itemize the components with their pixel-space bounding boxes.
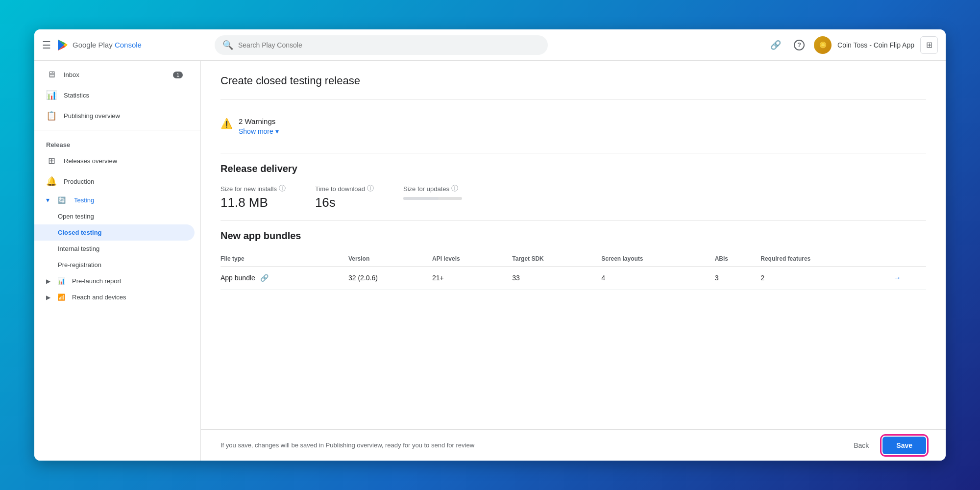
footer-actions: Back Save (846, 437, 926, 454)
bundles-table: File type Version API levels Target SDK … (220, 251, 926, 290)
grid-icon-button[interactable]: ⊞ (920, 36, 938, 54)
footer-info: If you save, changes will be saved in Pu… (220, 441, 846, 449)
time-value: 16s (315, 195, 374, 210)
sidebar-item-releases-overview[interactable]: ⊞ Releases overview (34, 150, 195, 171)
help-icon-button[interactable]: ? (790, 36, 808, 54)
reach-devices-expand-icon: ▶ (46, 294, 50, 301)
sidebar-item-statistics[interactable]: 📊 Statistics (34, 85, 195, 105)
updates-label: Size for updates ⓘ (403, 184, 462, 193)
statistics-icon: 📊 (46, 90, 57, 100)
updates-bar-fill (403, 197, 439, 200)
logo-container: Google Play Console (56, 38, 142, 52)
col-api-levels: API levels (432, 251, 512, 267)
sidebar-item-inbox[interactable]: 🖥 Inbox 1 (34, 65, 195, 85)
sidebar-item-open-testing[interactable]: Open testing (34, 208, 195, 224)
content-area: Create closed testing release ⚠️ 2 Warni… (201, 61, 946, 429)
inbox-badge: 1 (173, 72, 183, 78)
cell-version: 32 (2.0.6) (348, 267, 432, 290)
size-label: Size for new installs ⓘ (220, 184, 286, 193)
sidebar-item-internal-testing[interactable]: Internal testing (34, 241, 195, 257)
grid-icon: ⊞ (926, 40, 932, 49)
pre-registration-label: Pre-registration (58, 261, 101, 269)
open-testing-label: Open testing (58, 213, 94, 220)
col-version: Version (348, 251, 432, 267)
internal-testing-label: Internal testing (58, 245, 99, 252)
col-abis: ABIs (715, 251, 761, 267)
size-value: 11.8 MB (220, 195, 286, 210)
warning-icon: ⚠️ (220, 118, 233, 129)
time-help-icon[interactable]: ⓘ (367, 184, 374, 193)
inbox-label: Inbox (64, 71, 79, 78)
sidebar-item-publishing-overview[interactable]: 📋 Publishing overview (34, 105, 195, 126)
cell-screen-layouts: 4 (601, 267, 715, 290)
logo-console: Console (115, 41, 142, 49)
sidebar-item-pre-registration[interactable]: Pre-registration (34, 257, 195, 273)
col-target-sdk: Target SDK (512, 251, 601, 267)
updates-help-icon[interactable]: ⓘ (451, 184, 458, 193)
col-required-features: Required features (760, 251, 893, 267)
logo-google-play: Google Play (73, 41, 113, 49)
content-inner: Create closed testing release ⚠️ 2 Warni… (201, 61, 946, 429)
size-help-icon[interactable]: ⓘ (279, 184, 286, 193)
sidebar-item-production[interactable]: 🔔 Production (34, 171, 195, 192)
testing-label: Testing (74, 196, 94, 204)
warnings-count: 2 Warnings (239, 117, 279, 125)
sidebar-item-closed-testing[interactable]: Closed testing (34, 224, 195, 241)
reach-devices-label: Reach and devices (72, 294, 126, 301)
reach-devices-icon: 📶 (57, 294, 65, 301)
time-label: Time to download ⓘ (315, 184, 374, 193)
metric-size-new-installs: Size for new installs ⓘ 11.8 MB (220, 184, 286, 210)
sidebar-item-pre-launch[interactable]: ▶ 📊 Pre-launch report (34, 273, 195, 289)
cell-abis: 3 (715, 267, 761, 290)
google-play-logo-icon (56, 38, 70, 52)
release-section-label: Release (34, 134, 200, 150)
show-more-link[interactable]: Show more ▾ (239, 127, 279, 135)
help-circle-icon: ? (794, 40, 805, 50)
sidebar-item-reach-devices[interactable]: ▶ 📶 Reach and devices (34, 289, 195, 305)
metric-time-to-download: Time to download ⓘ 16s (315, 184, 374, 210)
inbox-icon: 🖥 (46, 70, 57, 80)
col-screen-layouts: Screen layouts (601, 251, 715, 267)
publishing-overview-label: Publishing overview (64, 112, 120, 120)
row-arrow-icon[interactable]: → (893, 273, 901, 282)
cell-required-features: 2 (760, 267, 893, 290)
link-icon-button[interactable]: 🔗 (767, 36, 784, 54)
testing-expand-arrow: ▾ (46, 196, 49, 204)
search-icon: 🔍 (222, 40, 233, 50)
new-app-bundles-title: New app bundles (220, 230, 926, 242)
topbar: ☰ Google Play Console 🔍 🔗 (34, 29, 946, 61)
bundle-link-icon[interactable]: 🔗 (260, 274, 269, 282)
cell-arrow[interactable]: → (893, 267, 926, 290)
table-row: App bundle 🔗 32 (2.0.6) 21+ 33 4 3 2 (220, 267, 926, 290)
search-input[interactable] (238, 41, 540, 49)
publishing-icon: 📋 (46, 110, 57, 121)
topbar-right: 🔗 ? 🪙 Coin Toss - Coin Flip App ⊞ (767, 36, 938, 54)
show-more-label: Show more (239, 127, 273, 135)
search-bar[interactable]: 🔍 (215, 35, 548, 55)
save-button[interactable]: Save (882, 437, 926, 454)
back-button[interactable]: Back (846, 438, 877, 453)
pre-launch-icon: 📊 (57, 277, 65, 285)
main-layout: 🖥 Inbox 1 📊 Statistics 📋 Publishing over… (34, 61, 946, 461)
col-file-type: File type (220, 251, 348, 267)
testing-icon: 🔄 (56, 196, 67, 204)
releases-overview-label: Releases overview (64, 157, 117, 165)
pre-launch-label: Pre-launch report (72, 277, 121, 285)
cell-target-sdk: 33 (512, 267, 601, 290)
sidebar: 🖥 Inbox 1 📊 Statistics 📋 Publishing over… (34, 61, 201, 461)
releases-overview-icon: ⊞ (46, 155, 57, 166)
cell-api-levels: 21+ (432, 267, 512, 290)
chevron-down-icon: ▾ (275, 127, 279, 135)
menu-icon[interactable]: ☰ (42, 39, 51, 51)
page-title: Create closed testing release (220, 74, 926, 87)
closed-testing-label: Closed testing (58, 229, 102, 236)
metric-size-for-updates: Size for updates ⓘ (403, 184, 462, 210)
metrics-row: Size for new installs ⓘ 11.8 MB Time to … (220, 184, 926, 210)
warnings-box: ⚠️ 2 Warnings Show more ▾ (220, 109, 926, 143)
topbar-left: ☰ Google Play Console (42, 38, 209, 52)
production-icon: 🔔 (46, 176, 57, 187)
sidebar-item-testing[interactable]: ▾ 🔄 Testing (34, 192, 195, 208)
updates-bar (403, 197, 462, 200)
app-name-label: Coin Toss - Coin Flip App (837, 41, 914, 49)
avatar[interactable]: 🪙 (814, 36, 832, 54)
